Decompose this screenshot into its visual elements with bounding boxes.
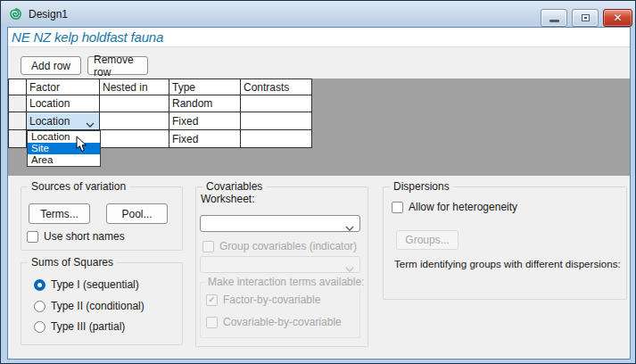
factor-combobox[interactable]: Location [27, 112, 99, 129]
worksheet-combobox[interactable] [200, 215, 360, 232]
close-button[interactable]: ✕ [603, 9, 632, 27]
design-grid-region: Factor Nested in Type Contrasts Location… [8, 79, 630, 176]
group-title: Covariables [202, 180, 266, 193]
radio-icon [34, 301, 45, 312]
dropdown-option-area[interactable]: Area [28, 154, 100, 166]
indicator-combobox[interactable] [200, 256, 360, 273]
cell-type[interactable]: Fixed [169, 130, 240, 147]
factor-by-covariable-checkbox[interactable]: Factor-by-covariable [206, 294, 320, 306]
covariable-by-covariable-checkbox[interactable]: Covariable-by-covariable [206, 316, 342, 328]
cell-contrasts[interactable] [241, 95, 311, 112]
cell-contrasts[interactable] [241, 130, 311, 147]
row-selector-header [9, 79, 26, 95]
checkbox-icon [27, 231, 38, 243]
radio-icon [34, 321, 45, 333]
allow-heterogeneity-checkbox[interactable]: Allow for heterogeneity [392, 201, 517, 213]
term-identifying-label: Term identifying groups with different d… [394, 258, 621, 269]
minimize-icon [549, 20, 559, 22]
radio-selected-icon [34, 279, 45, 291]
client-area: NE NZ kelp holdfast fauna Add row Remove… [7, 27, 631, 360]
cell-type[interactable]: Fixed [169, 112, 240, 129]
restore-button[interactable] [572, 9, 599, 27]
dispersions-group: Dispersions Allow for heterogeneity Grou… [383, 186, 627, 300]
cell-type[interactable]: Random [169, 95, 240, 112]
groups-button[interactable]: Groups... [396, 230, 458, 250]
group-title: Sums of Squares [28, 256, 117, 269]
dropdown-option-location[interactable]: Location [28, 131, 100, 143]
cell-nested-in[interactable] [100, 95, 169, 112]
close-icon: ✕ [613, 12, 622, 23]
factor-combobox-value: Location [29, 115, 70, 128]
title-bar: Design1 ✕ [1, 1, 635, 27]
cell-nested-in[interactable] [100, 130, 169, 147]
radio-type-1-sequential[interactable]: Type I (sequential) [34, 278, 139, 291]
chevron-down-icon [345, 262, 354, 275]
row-selector[interactable] [9, 95, 26, 112]
design-dialog-window: Design1 ✕ NE NZ kelp holdfast fauna Add … [0, 0, 636, 364]
remove-row-button[interactable]: Remove row [87, 56, 148, 75]
chevron-down-icon [345, 221, 354, 234]
dropdown-option-site[interactable]: Site [28, 143, 100, 154]
group-title: Make interaction terms available: [204, 276, 368, 288]
sources-of-variation-group: Sources of variation Terms... Pool... Us… [21, 186, 183, 251]
checkbox-checked-icon [206, 294, 218, 306]
factor-dropdown-list: Location Site Area [27, 130, 101, 167]
cell-nested-in[interactable] [100, 112, 169, 129]
cell-contrasts[interactable] [241, 112, 311, 129]
window-title: Design1 [29, 8, 68, 21]
minimize-button[interactable] [541, 9, 567, 27]
covariables-group: Covariables Worksheet: Group covariables… [195, 186, 368, 347]
interaction-terms-group: Make interaction terms available: Factor… [200, 282, 360, 338]
chevron-down-icon [86, 118, 95, 129]
column-header-factor: Factor [27, 79, 99, 95]
group-title: Sources of variation [28, 180, 129, 193]
checkbox-icon [392, 202, 403, 213]
group-title: Dispersions [390, 180, 453, 193]
pool-button[interactable]: Pool... [106, 203, 168, 224]
column-header-type: Type [169, 79, 240, 95]
column-header-nested-in: Nested in [100, 79, 169, 95]
group-covariables-checkbox[interactable]: Group covariables (indicator) [202, 240, 357, 252]
worksheet-subtitle: NE NZ kelp holdfast fauna [8, 29, 163, 45]
add-row-button[interactable]: Add row [21, 56, 81, 75]
checkbox-icon [206, 317, 218, 328]
restore-icon [582, 14, 590, 21]
use-short-names-checkbox[interactable]: Use short names [27, 230, 125, 243]
column-header-contrasts: Contrasts [241, 79, 311, 95]
subtitle-bar: NE NZ kelp holdfast fauna [8, 28, 630, 47]
sums-of-squares-group: Sums of Squares Type I (sequential) Type… [21, 262, 183, 345]
cell-factor[interactable]: Location [27, 95, 99, 112]
radio-type-3-partial[interactable]: Type III (partial) [34, 320, 125, 333]
checkbox-icon [202, 241, 214, 252]
primer-spiral-icon[interactable] [9, 7, 23, 21]
mouse-cursor-icon [76, 136, 87, 155]
radio-type-2-conditional[interactable]: Type II (conditional) [34, 300, 145, 312]
row-selector[interactable] [9, 130, 26, 147]
row-selector[interactable] [9, 112, 26, 129]
worksheet-label: Worksheet: [201, 193, 254, 205]
terms-button[interactable]: Terms... [29, 203, 90, 224]
